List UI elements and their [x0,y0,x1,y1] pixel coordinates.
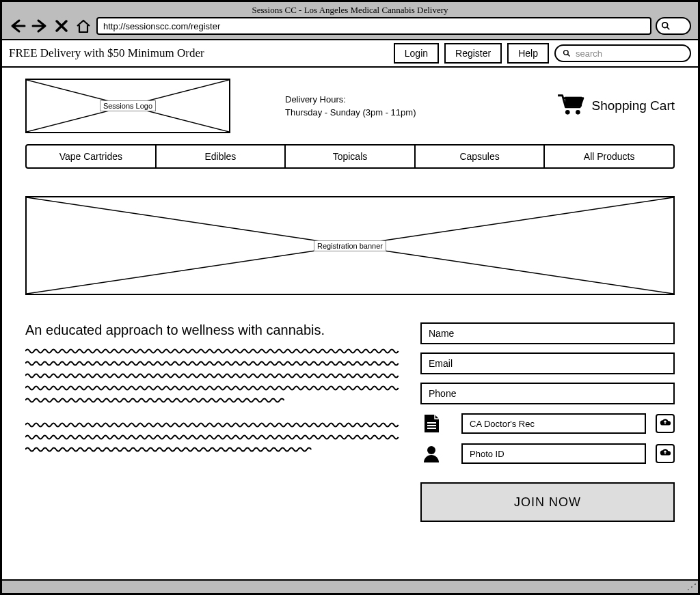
url-bar[interactable]: http://sessionscc.com/register [96,17,651,35]
intro-heading: An educated approach to wellness with ca… [25,322,401,338]
tab-all-products[interactable]: All Products [545,146,673,167]
document-icon [420,413,442,434]
logo-placeholder: Sessions Logo [25,79,230,133]
browser-toolbar: http://sessionscc.com/register [2,17,698,39]
person-icon [420,443,442,465]
banner-label: Registration banner [314,240,386,251]
forward-icon[interactable] [31,18,49,33]
doctor-rec-field[interactable]: CA Doctor's Rec [461,413,646,434]
cloud-upload-icon [659,417,671,430]
svg-rect-6 [565,96,582,106]
svg-rect-12 [427,425,436,426]
svg-point-8 [576,110,580,115]
delivery-hours: Delivery Hours: Thursday - Sunday (3pm -… [258,93,529,120]
register-button[interactable]: Register [444,43,502,64]
name-field[interactable]: Name [420,322,675,344]
main-content: An educated approach to wellness with ca… [25,322,675,522]
search-placeholder: search [576,49,602,59]
resize-grip-icon[interactable]: ⋰ [687,582,695,592]
phone-field[interactable]: Phone [420,383,675,404]
intro-column: An educated approach to wellness with ca… [25,322,401,522]
status-bar: ⋰ [2,579,698,593]
cart-icon [556,93,585,120]
home-icon[interactable] [75,18,92,33]
promo-text: FREE Delivery with $50 Minimum Order [9,46,388,60]
page-header: Sessions Logo Delivery Hours: Thursday -… [25,79,675,133]
cart-label: Shopping Cart [592,98,675,113]
svg-point-0 [662,23,668,28]
page-viewport: FREE Delivery with $50 Minimum Order Log… [2,39,698,586]
doctor-rec-row: CA Doctor's Rec [420,413,675,434]
browser-search[interactable] [656,17,691,35]
site-search-input[interactable]: search [554,44,691,62]
tab-topicals[interactable]: Topicals [286,146,416,167]
svg-point-7 [565,110,570,115]
category-nav: Vape Cartrides Edibles Topicals Capsules… [25,144,675,169]
tab-vape-cartridges[interactable]: Vape Cartrides [27,146,157,167]
svg-line-3 [567,54,569,56]
join-now-button[interactable]: JOIN NOW [420,482,675,522]
svg-line-1 [667,27,670,30]
email-field[interactable]: Email [420,352,675,374]
window-title: Sessions CC - Los Angeles Medical Cannab… [2,2,698,17]
utility-bar: FREE Delivery with $50 Minimum Order Log… [2,40,698,68]
photo-id-row: Photo ID [420,443,675,465]
back-icon[interactable] [9,18,27,33]
svg-point-2 [564,50,569,55]
browser-window: Sessions CC - Los Angeles Medical Cannab… [0,0,700,595]
svg-rect-11 [427,422,436,424]
svg-rect-13 [427,428,436,429]
tab-edibles[interactable]: Edibles [157,146,286,167]
hours-label: Delivery Hours: [285,93,529,107]
url-text: http://sessionscc.com/register [103,21,220,31]
help-button[interactable]: Help [507,43,549,64]
upload-photo-id-button[interactable] [656,444,675,463]
login-button[interactable]: Login [394,43,439,64]
signup-form: Name Email Phone CA Doctor's Rec [420,322,675,522]
shopping-cart-link[interactable]: Shopping Cart [556,93,675,120]
photo-id-field[interactable]: Photo ID [461,443,646,464]
stop-icon[interactable] [53,18,70,33]
cloud-upload-icon [659,447,671,460]
hours-detail: Thursday - Sunday (3pm - 11pm) [285,106,529,120]
tab-capsules[interactable]: Capsules [416,146,546,167]
registration-banner-placeholder: Registration banner [25,196,675,295]
intro-paragraph-2 [25,421,401,453]
upload-doctor-rec-button[interactable] [656,414,675,433]
svg-point-14 [427,446,435,454]
intro-paragraph-1 [25,348,401,404]
logo-label: Sessions Logo [100,100,156,111]
